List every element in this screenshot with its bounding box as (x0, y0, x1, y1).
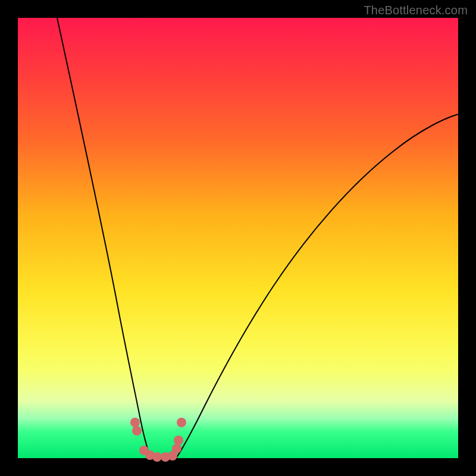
marker-dot (152, 452, 162, 462)
bottleneck-curve-plot (18, 18, 458, 458)
marker-dot (172, 444, 181, 453)
curve-right (176, 114, 458, 458)
chart-area (18, 18, 458, 458)
marker-dot (174, 436, 183, 445)
marker-dot (132, 426, 142, 436)
curve-left (57, 18, 154, 458)
watermark-text: TheBottleneck.com (364, 4, 468, 17)
marker-dot (130, 418, 140, 427)
marker-dot (177, 418, 186, 427)
